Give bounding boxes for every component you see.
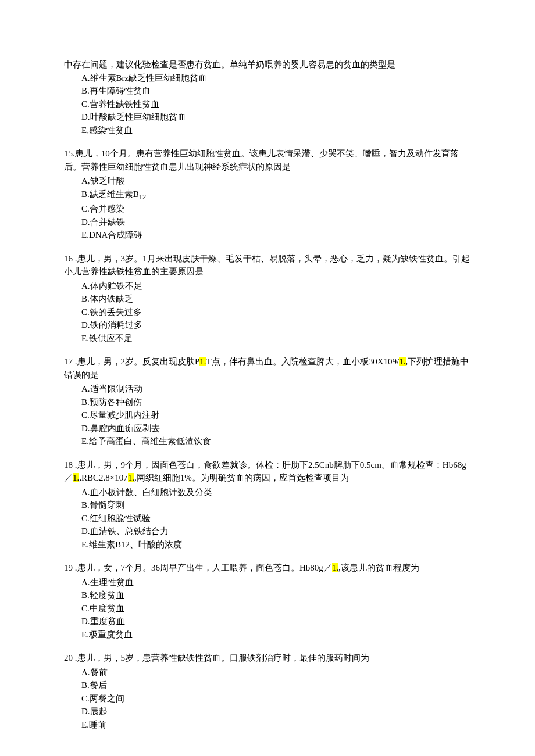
highlight: 1. [128, 473, 134, 482]
option-b: B.轻度贫血 [81, 589, 471, 602]
question-20: 20 .患儿，男，5岁，患营养性缺铁性贫血。口服铁剂治疗时，最佳的服药时间为 A… [64, 651, 471, 731]
option-a: A,缺乏叶酸 [81, 174, 471, 188]
options-list: A,缺乏叶酸 B.缺乏维生素B12 C.合并感染 D.合并缺铁 E.DNA合成障… [64, 174, 471, 242]
option-c: C.两餐之间 [81, 692, 471, 705]
question-19: 19 .患儿，女，7个月。36周早产出生，人工喂养，面色苍白。Hb80g／1.,… [64, 561, 471, 641]
option-c: C.合并感染 [81, 202, 471, 216]
option-d: D.重度贫血 [81, 615, 471, 628]
option-b: B.体内铁缺乏 [81, 292, 471, 306]
question-stem: 17 .患儿，男，2岁。反复出现皮肤P1.T点，伴有鼻出血。入院检查脾大，血小板… [64, 355, 471, 381]
option-b: B.预防各种创伤 [81, 396, 471, 409]
option-d: D.铁的消耗过多 [81, 318, 471, 332]
question-stem: 15.患儿，10个月。患有营养性巨幼细胞性贫血。该患儿表情呆滞、少哭不笑、嗜睡，… [64, 147, 471, 173]
question-14-continuation: 中存在问题，建议化验检查是否患有贫血。单纯羊奶喂养的婴儿容易患的贫血的类型是 A… [64, 58, 471, 137]
question-stem: 19 .患儿，女，7个月。36周早产出生，人工喂养，面色苍白。Hb80g／1.,… [64, 561, 471, 575]
options-list: A.适当限制活动 B.预防各种创伤 C.尽量减少肌内注射 D.鼻腔内血痂应剥去 … [64, 382, 471, 448]
option-d: D.叶酸缺乏性巨幼细胞贫血 [81, 110, 471, 124]
option-b: B.再生障碍性贫血 [81, 84, 471, 98]
options-list: A.维生素Brz缺乏性巨幼细胞贫血 B.再生障碍性贫血 C.营养性缺铁性贫血 D… [64, 71, 471, 137]
question-stem: 中存在问题，建议化验检查是否患有贫血。单纯羊奶喂养的婴儿容易患的贫血的类型是 [64, 58, 471, 71]
question-stem: 18 .患儿，男，9个月，因面色苍白，食欲差就诊。体检：肝肋下2.5Cnb脾肋下… [64, 458, 471, 485]
options-list: A.血小板计数、白细胞计数及分类 B.骨髓穿刺 C.红细胞脆性试验 D.血清铁、… [64, 486, 471, 551]
option-a: A.餐前 [81, 666, 471, 679]
option-a: A.维生素Brz缺乏性巨幼细胞贫血 [81, 71, 471, 85]
option-b: B.缺乏维生素B12 [81, 188, 471, 203]
option-c: C.营养性缺铁性贫血 [81, 98, 471, 111]
stem-part: 19 .患儿，女，7个月。36周早产出生，人工喂养，面色苍白。Hb80g／ [64, 563, 332, 572]
stem-part: ,RBC2.8×107 [79, 473, 127, 482]
option-e: E.极重度贫血 [81, 628, 471, 642]
option-d: D.晨起 [81, 705, 471, 718]
option-d: D.合并缺铁 [81, 216, 471, 229]
subscript: 12 [139, 193, 147, 201]
option-c: C.红细胞脆性试验 [81, 512, 471, 525]
option-c: C.尽量减少肌内注射 [81, 409, 471, 422]
option-a: A.适当限制活动 [81, 382, 471, 396]
options-list: A.生理性贫血 B.轻度贫血 C.中度贫血 D.重度贫血 E.极重度贫血 [64, 576, 471, 642]
question-stem: 16 .患儿，男，3岁。1月来出现皮肤干燥、毛发干枯、易脱落，头晕，恶心，乏力，… [64, 252, 471, 278]
stem-part: ,网织红细胞1%。为明确贫血的病因，应首选检查项目为 [134, 473, 349, 482]
option-c: C.中度贫血 [81, 602, 471, 615]
option-e: E.维生素B12、叶酸的浓度 [81, 538, 471, 551]
option-a: A.生理性贫血 [81, 576, 471, 589]
option-d: D.鼻腔内血痂应剥去 [81, 422, 471, 435]
option-b: B.骨髓穿刺 [81, 499, 471, 512]
option-e: E.睡前 [81, 718, 471, 732]
stem-part: ,该患儿的贫血程度为 [338, 563, 419, 572]
option-a: A.血小板计数、白细胞计数及分类 [81, 486, 471, 499]
question-17: 17 .患儿，男，2岁。反复出现皮肤P1.T点，伴有鼻出血。入院检查脾大，血小板… [64, 355, 471, 448]
option-e: E.铁供应不足 [81, 332, 471, 345]
stem-part: T点，伴有鼻出血。入院检查脾大，血小板30X109/ [206, 357, 400, 366]
option-e: E,感染性贫血 [81, 124, 471, 137]
question-15: 15.患儿，10个月。患有营养性巨幼细胞性贫血。该患儿表情呆滞、少哭不笑、嗜睡，… [64, 147, 471, 242]
option-c: C.铁的丢失过多 [81, 306, 471, 319]
option-b: B.餐后 [81, 679, 471, 692]
stem-part: 17 .患儿，男，2岁。反复出现皮肤P [64, 357, 199, 366]
highlight: 1. [399, 357, 405, 366]
option-e: E.DNA合成障碍 [81, 228, 471, 242]
option-d: D.血清铁、总铁结合力 [81, 525, 471, 538]
highlight: 1. [199, 357, 206, 366]
question-16: 16 .患儿，男，3岁。1月来出现皮肤干燥、毛发干枯、易脱落，头晕，恶心，乏力，… [64, 252, 471, 345]
option-e: E.给予高蛋白、高维生素低渣饮食 [81, 435, 471, 448]
option-a: A.体内贮铁不足 [81, 280, 471, 293]
highlight: 1. [332, 563, 338, 572]
question-stem: 20 .患儿，男，5岁，患营养性缺铁性贫血。口服铁剂治疗时，最佳的服药时间为 [64, 651, 471, 665]
options-list: A.餐前 B.餐后 C.两餐之间 D.晨起 E.睡前 [64, 666, 471, 732]
highlight: 1. [73, 473, 79, 482]
options-list: A.体内贮铁不足 B.体内铁缺乏 C.铁的丢失过多 D.铁的消耗过多 E.铁供应… [64, 280, 471, 345]
option-b-text: B.缺乏维生素B [81, 189, 139, 199]
question-18: 18 .患儿，男，9个月，因面色苍白，食欲差就诊。体检：肝肋下2.5Cnb脾肋下… [64, 458, 471, 551]
